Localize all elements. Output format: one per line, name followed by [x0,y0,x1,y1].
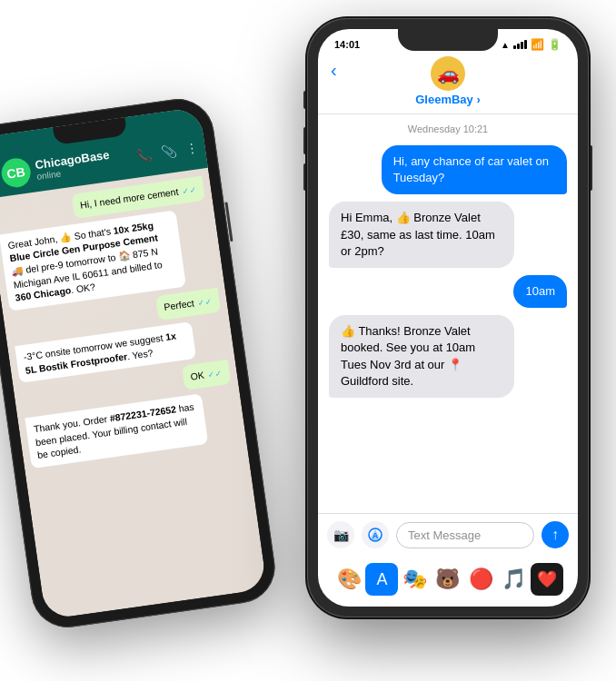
wa-message-5: OK✓✓ [182,360,231,390]
wa-tick-1: ✓✓ [182,185,197,196]
wa-messages: Hi, I need more cement✓✓ Great John, 👍 S… [0,168,267,620]
imsg-msg-2: Hi Emma, 👍 Bronze Valet £30, same as las… [329,202,514,268]
emoji-app-animoji[interactable]: 🎭 [399,563,432,596]
imessage-phone: 14:01 ▲ 📶 🔋 [307,18,589,617]
imessage-screen: 14:01 ▲ 📶 🔋 [318,29,578,607]
contact-name-text: GleemBay [415,93,473,106]
wifi-icon: 📶 [531,38,544,51]
emoji-app-music[interactable]: 🎵 [498,563,531,596]
location-icon: ▲ [501,40,510,50]
battery-icon: 🔋 [548,38,561,51]
signal-bar-1 [513,45,516,49]
imsg-msg-3: 10am [513,275,567,308]
imessage-back-button[interactable]: ‹ [331,60,337,81]
camera-button[interactable]: 📷 [327,521,354,548]
svg-text:A: A [373,531,379,540]
send-button[interactable]: ↑ [541,521,569,548]
contact-chevron: › [476,93,480,106]
emoji-app-store[interactable]: A [365,563,398,596]
power-button[interactable] [589,145,592,191]
wa-attach-icon[interactable]: 📎 [160,143,177,160]
phones-container: ‹ CB ChicagoBase online 📞 📎 ⋮ [0,0,616,681]
imsg-msg-4: 👍 Thanks! Bronze Valet booked. See you a… [329,315,514,398]
wa-message-4: -3°C onsite tomorrow we suggest 1x 5L Bo… [15,321,195,383]
message-date: Wednesday 10:21 [329,123,567,134]
text-message-input[interactable]: Text Message [396,522,534,548]
emoji-app-heart[interactable]: ❤️ [531,563,563,596]
wa-screen: ‹ CB ChicagoBase online 📞 📎 ⋮ [0,106,267,619]
wa-message-3: Perfect✓✓ [155,288,221,321]
emoji-app-bar: 🎨 A 🎭 🐻 🔴 🎵 ❤️ [318,556,578,607]
emoji-app-red[interactable]: 🔴 [464,563,497,596]
imsg-msg-1: Hi, any chance of car valet on Tuesday? [382,145,567,194]
signal-bars [513,40,527,49]
signal-bar-2 [517,44,520,49]
signal-bar-3 [521,42,523,49]
imessage-input-area[interactable]: 📷 A Text Message ↑ [318,513,578,556]
status-right-icons: ▲ 📶 🔋 [501,38,561,51]
appstore-button[interactable]: A [362,521,389,548]
wa-header-icons: 📞 📎 ⋮ [135,140,199,163]
signal-bar-4 [524,40,527,49]
wa-call-icon[interactable]: 📞 [135,146,153,163]
wa-menu-icon[interactable]: ⋮ [184,140,199,156]
contact-name[interactable]: GleemBay › [415,93,481,106]
emoji-app-memoji[interactable]: 🐻 [432,563,464,596]
wa-message-6: Thank you. Order #872231-72652 has been … [25,393,207,469]
contact-avatar: 🚗 [431,56,465,91]
emoji-app-photos[interactable]: 🎨 [333,563,365,596]
wa-tick-3: ✓✓ [197,297,213,308]
whatsapp-phone: ‹ CB ChicagoBase online 📞 📎 ⋮ [0,94,280,632]
notch-right [398,29,498,51]
wa-tick-5: ✓✓ [207,369,223,380]
status-time: 14:01 [334,39,360,50]
wa-avatar: CB [0,156,33,189]
imessage-messages: Wednesday 10:21 Hi, any chance of car va… [318,114,578,513]
wa-contact-info: ChicagoBase online [35,145,134,182]
imessage-header: ‹ 🚗 GleemBay › [318,53,578,114]
